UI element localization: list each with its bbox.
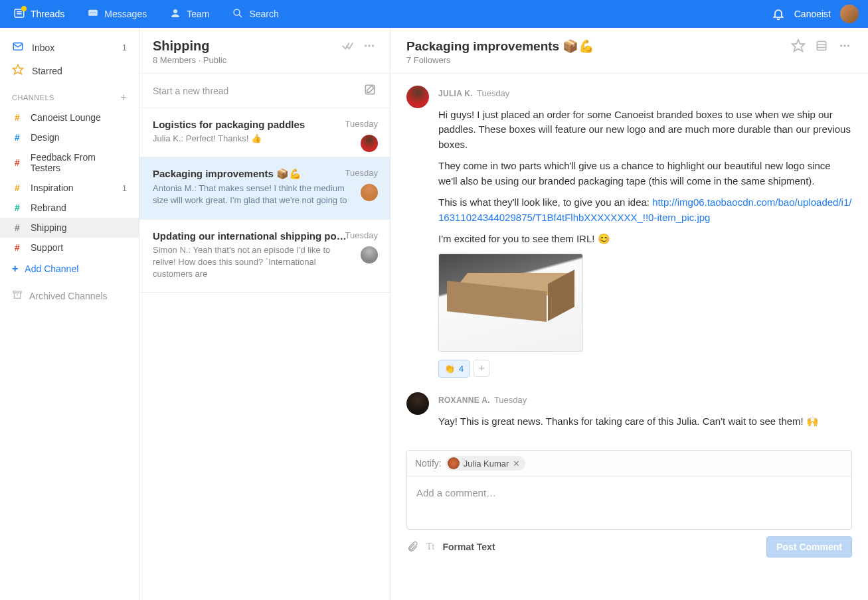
threads-column: Shipping 8 Members · Public Start a new …	[139, 28, 391, 600]
message: ROXANNE A.Tuesday Yay! This is great new…	[406, 392, 852, 435]
inbox-icon	[12, 40, 24, 54]
svg-point-23	[840, 44, 842, 46]
message-paragraph: I'm excited for you to see them IRL! 😊	[438, 232, 852, 247]
thread-time: Tuesday	[345, 168, 378, 178]
chip-remove-icon[interactable]: ✕	[513, 459, 520, 469]
attach-icon[interactable]	[406, 541, 418, 553]
thread-time: Tuesday	[345, 230, 378, 240]
threads-icon	[13, 7, 25, 21]
channel-name: Inspiration	[31, 183, 74, 193]
comment-input[interactable]: Add a comment…	[407, 477, 851, 529]
sidebar-starred[interactable]: Starred	[0, 59, 139, 82]
svg-rect-13	[14, 293, 20, 298]
messages-icon	[87, 7, 99, 21]
channel-header: Shipping 8 Members · Public	[139, 28, 390, 74]
message-paragraph: This is what they'll look like, to give …	[438, 195, 852, 225]
thread-title: Logistics for packaging paddles	[153, 119, 377, 130]
star-thread-icon[interactable]	[791, 38, 806, 53]
channel-more-icon[interactable]	[362, 38, 377, 53]
start-thread-input[interactable]: Start a new thread	[139, 74, 390, 108]
svg-marker-11	[13, 65, 23, 74]
svg-point-17	[372, 44, 374, 46]
sidebar-inbox[interactable]: Inbox 1	[0, 36, 139, 59]
detail-more-icon[interactable]	[837, 38, 852, 53]
message: JULIA K.Tuesday Hi guys! I just placed a…	[406, 86, 852, 378]
thread-snippet: Julia K.: Perfect! Thanks! 👍	[153, 133, 377, 145]
author-avatar	[406, 392, 429, 415]
comment-composer: Notify: Julia Kumar ✕ Add a comment…	[406, 450, 852, 530]
channel-name: Canoeist Lounge	[31, 112, 101, 123]
add-reaction-button[interactable]: +	[474, 360, 489, 377]
add-channel-plus-icon[interactable]: +	[120, 92, 127, 104]
reactions-row: 👏 4 +	[438, 360, 852, 378]
notification-dot	[21, 6, 27, 11]
sidebar-channel-item[interactable]: # Feedback From Testers	[0, 147, 139, 178]
author-name: JULIA K.	[438, 89, 473, 98]
user-avatar[interactable]	[840, 5, 859, 23]
channels-section-header: CHANNELS +	[0, 82, 139, 108]
message-paragraph: They come in two parts which'll give us …	[438, 159, 852, 188]
detail-title: Packaging improvements 📦💪	[406, 38, 594, 54]
svg-point-7	[173, 9, 177, 13]
nav-search[interactable]: Search	[228, 5, 282, 24]
thread-item[interactable]: Packaging improvements 📦💪 Antonia M.: Th…	[139, 157, 390, 219]
thread-author-avatar	[361, 135, 378, 152]
nav-messages[interactable]: Messages	[83, 5, 151, 24]
plus-icon: +	[12, 263, 18, 275]
compose-icon	[363, 83, 377, 98]
sidebar-channel-item[interactable]: # Support	[0, 238, 139, 258]
reaction-count: 4	[459, 362, 464, 376]
sidebar: Inbox 1 Starred CHANNELS + # Canoeist Lo…	[0, 28, 139, 600]
svg-point-5	[93, 12, 94, 13]
image-attachment[interactable]	[438, 254, 583, 352]
sidebar-channel-item[interactable]: # Canoeist Lounge	[0, 108, 139, 127]
chip-avatar	[448, 457, 460, 469]
sidebar-channel-item[interactable]: # Inspiration 1	[0, 178, 139, 198]
thread-title: Packaging improvements 📦💪	[153, 168, 377, 180]
archived-channels[interactable]: Archived Channels	[0, 280, 139, 311]
hash-icon: #	[12, 183, 23, 193]
thread-detail: Packaging improvements 📦💪 7 Followers JU…	[391, 28, 868, 600]
hash-icon: #	[12, 132, 23, 143]
channel-name: Feedback From Testers	[31, 152, 127, 173]
hash-icon: #	[12, 222, 23, 233]
sidebar-channel-item[interactable]: # Design	[0, 127, 139, 147]
add-channel-label: Add Channel	[25, 263, 78, 274]
reaction-clap[interactable]: 👏 4	[438, 360, 470, 378]
channel-title: Shipping	[153, 38, 226, 54]
detail-header: Packaging improvements 📦💪 7 Followers	[391, 28, 868, 74]
channel-name: Shipping	[31, 222, 67, 233]
author-avatar	[406, 86, 429, 108]
thread-item[interactable]: Logistics for packaging paddles Julia K.…	[139, 108, 390, 157]
ticket-icon[interactable]	[815, 39, 828, 52]
nav-threads-label: Threads	[31, 9, 64, 19]
message-time: Tuesday	[477, 88, 509, 98]
star-icon	[12, 64, 24, 78]
hash-icon: #	[12, 202, 23, 213]
text-style-icon[interactable]: Tt	[426, 542, 434, 552]
svg-point-8	[234, 9, 240, 15]
thread-item[interactable]: Updating our international shipping po… …	[139, 220, 390, 293]
archive-icon	[12, 289, 23, 302]
username-label[interactable]: Canoeist	[794, 9, 831, 19]
message-paragraph: Yay! This is great news. Thanks for taki…	[438, 414, 852, 429]
nav-threads[interactable]: Threads	[9, 5, 68, 24]
svg-point-4	[91, 12, 92, 13]
channel-count: 1	[122, 183, 127, 193]
bell-icon[interactable]	[772, 7, 785, 21]
active-tab-underline	[12, 28, 62, 30]
notify-chip[interactable]: Julia Kumar ✕	[446, 456, 526, 471]
notify-label: Notify:	[415, 458, 442, 469]
format-text-button[interactable]: Format Text	[442, 542, 495, 552]
nav-team[interactable]: Team	[165, 5, 213, 24]
add-channel-link[interactable]: + Add Channel	[0, 258, 139, 280]
channel-name: Rebrand	[31, 202, 66, 213]
channel-name: Design	[31, 132, 60, 143]
sidebar-channel-item[interactable]: # Rebrand	[0, 198, 139, 218]
sidebar-channel-item[interactable]: # Shipping	[0, 218, 139, 238]
detail-subtitle: 7 Followers	[406, 55, 594, 65]
nav-search-label: Search	[249, 9, 278, 19]
mark-read-icon[interactable]	[341, 38, 355, 53]
clap-emoji: 👏	[444, 362, 455, 376]
post-comment-button[interactable]: Post Comment	[766, 536, 852, 558]
